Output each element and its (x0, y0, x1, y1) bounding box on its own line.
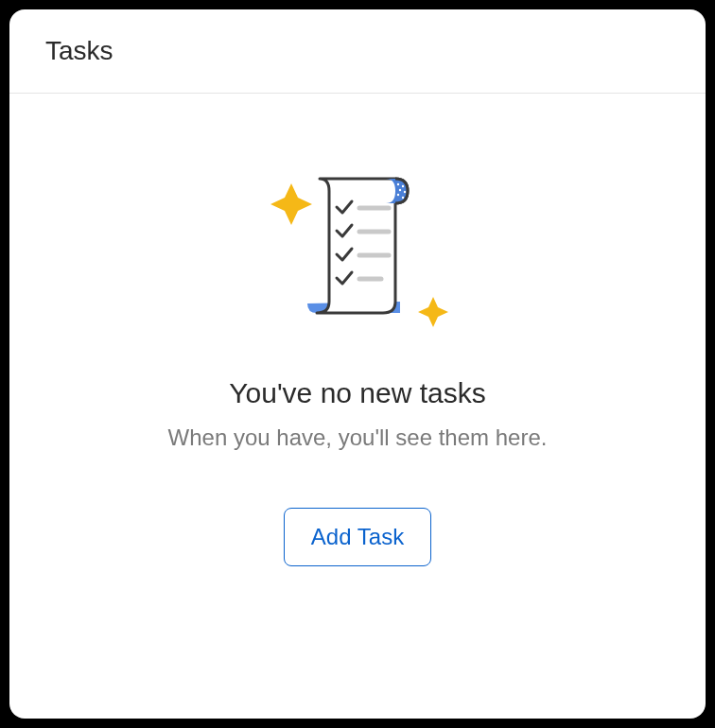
checklist-scroll-icon (239, 150, 476, 339)
tasks-card: Tasks (9, 9, 706, 719)
svg-point-0 (397, 183, 399, 185)
svg-point-3 (404, 191, 406, 193)
card-header: Tasks (9, 9, 706, 94)
card-body: You've no new tasks When you have, you'l… (9, 94, 706, 719)
svg-point-2 (399, 189, 401, 191)
empty-state-title: You've no new tasks (229, 377, 485, 409)
empty-state-subtitle: When you have, you'll see them here. (168, 425, 548, 451)
add-task-button[interactable]: Add Task (284, 508, 431, 566)
svg-point-4 (397, 194, 399, 196)
svg-point-1 (402, 185, 404, 187)
svg-point-5 (402, 197, 404, 199)
card-title: Tasks (45, 36, 670, 66)
